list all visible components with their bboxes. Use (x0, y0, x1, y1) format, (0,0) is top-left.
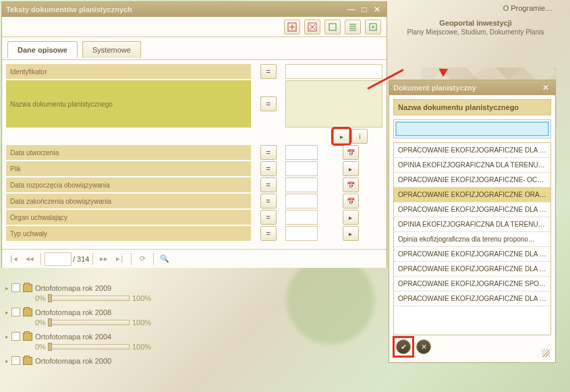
layer-checkbox[interactable] (11, 308, 20, 316)
op-equals[interactable]: = (260, 226, 277, 241)
calendar-icon[interactable]: 📅 (343, 145, 359, 160)
input-type[interactable] (286, 227, 316, 240)
minimize-button[interactable]: — (346, 4, 357, 15)
tab-system[interactable]: Systemowe (82, 41, 141, 58)
panel-titlebar[interactable]: Teksty dokumentów planistycznych — □ ✕ (2, 2, 387, 17)
tool-icon-2[interactable] (304, 20, 320, 34)
opacity-max: 100% (132, 318, 151, 327)
op-equals[interactable]: = (260, 64, 277, 79)
tool-icon-5[interactable] (365, 20, 381, 34)
expand-icon[interactable]: ▸ (5, 358, 9, 364)
toolbar (2, 17, 387, 37)
input-end-date[interactable] (286, 195, 316, 207)
portal-title-main: Geoportal inwestycji (388, 19, 563, 27)
form-area: Identyfikator = Nazwa dokumentu planisty… (2, 60, 387, 249)
layer-checkbox[interactable] (11, 332, 20, 341)
opacity-slider-row: 0% 100% (35, 318, 221, 327)
popup-titlebar[interactable]: Dokument planistyczny ✕ (389, 80, 555, 95)
page-input[interactable] (45, 252, 72, 266)
layer-label: Ortofotomapa rok 2004 (35, 333, 111, 341)
list-item[interactable]: OPRACOWANIE EKOFIZJOGRAFICZNE DLA … (394, 262, 550, 277)
layer-item[interactable]: ▸ Ortofotomapa rok 2009 (5, 283, 221, 292)
label-end-date: Data zakończenia obowiązywania (6, 194, 251, 208)
layer-item[interactable]: ▸ Ortofotomapa rok 2000 (5, 356, 221, 365)
about-link[interactable]: O Programie… (499, 3, 557, 13)
list-item[interactable]: Opinia ekofizjograficzna dla terenu prop… (394, 232, 550, 247)
expand-icon[interactable]: ▸ (343, 226, 359, 241)
op-equals[interactable]: = (260, 177, 277, 192)
folder-icon (23, 308, 32, 316)
list-item[interactable]: OPINIA EKOFIZJOGRAFICZNA DLA TERENU … (394, 158, 550, 173)
input-start-date[interactable] (286, 179, 316, 191)
layer-checkbox[interactable] (11, 283, 20, 292)
op-equals[interactable]: = (260, 194, 277, 208)
resize-grip[interactable] (542, 349, 550, 357)
opacity-slider[interactable] (49, 344, 130, 349)
portal-title-sub: Plany Miejscowe, Studium, Dokumenty Plan… (388, 28, 563, 36)
label-identifier: Identyfikator (6, 64, 251, 79)
tool-icon-3[interactable] (324, 20, 341, 34)
popup-footer: ✔ ✕ (393, 335, 551, 358)
next-page-button[interactable]: ▸▸ (96, 252, 111, 266)
op-equals[interactable]: = (260, 161, 277, 176)
close-button[interactable]: ✕ (372, 4, 382, 15)
tool-icon-1[interactable] (284, 20, 300, 34)
list-item[interactable]: OPRACOWANIE EKOFIZJOGRAFICZNE DLA … (394, 143, 550, 158)
calendar-icon[interactable]: 📅 (343, 194, 359, 208)
expand-icon[interactable]: ▸ (5, 333, 9, 340)
confirm-button[interactable]: ✔ (396, 339, 411, 354)
prev-page-button[interactable]: ◂◂ (22, 252, 37, 266)
input-doc-name[interactable] (286, 81, 382, 93)
opacity-slider[interactable] (49, 320, 130, 325)
layer-checkbox[interactable] (11, 356, 20, 365)
input-file[interactable] (286, 163, 316, 175)
list-item[interactable]: OPRACOWANIE EKOFIZJOGRAFICZNE ORA… (394, 188, 550, 202)
folder-icon (23, 357, 32, 365)
input-organ[interactable] (286, 211, 316, 223)
tool-icon-4[interactable] (345, 20, 361, 34)
maximize-button[interactable]: □ (359, 4, 370, 15)
cancel-button[interactable]: ✕ (416, 339, 431, 354)
label-type: Typ uchwały (6, 226, 251, 241)
list-item[interactable]: OPRACOWANIE EKOFIZJOGRAFICZNE DLA … (394, 202, 550, 217)
list-item[interactable]: OPRACOWANIE EKOFIZJOGRAFICZNE DLA … (394, 291, 550, 306)
first-page-button[interactable]: ∣◂ (6, 252, 21, 266)
refresh-icon[interactable]: ⟳ (135, 252, 150, 266)
lookup-popup: Dokument planistyczny ✕ Nazwa dokumentu … (389, 80, 556, 363)
layer-item[interactable]: ▸ Ortofotomapa rok 2008 (5, 308, 221, 316)
tab-descriptive[interactable]: Dane opisowe (7, 41, 78, 58)
expand-icon[interactable]: ▸ (5, 309, 9, 316)
label-organ: Organ uchwalający (6, 210, 251, 225)
input-created[interactable] (286, 146, 316, 159)
opacity-max: 100% (132, 294, 151, 302)
opacity-slider[interactable] (49, 296, 130, 301)
documents-panel: Teksty dokumentów planistycznych — □ ✕ D… (1, 1, 387, 268)
info-icon[interactable]: i (351, 129, 368, 144)
list-item[interactable]: OPRACOWANIE EKOFIZJOGRAFICZNE- OCE… (394, 173, 550, 188)
list-item[interactable]: OPRACOWANIE EKOFIZJOGRAFICZNE SPO… (394, 277, 550, 291)
label-doc-name: Nazwa dokumentu planistycznego (6, 80, 251, 128)
popup-close-button[interactable]: ✕ (540, 82, 551, 93)
folder-icon (23, 333, 32, 341)
expand-icon[interactable]: ▸ (343, 210, 359, 225)
last-page-button[interactable]: ▸∣ (113, 252, 127, 266)
layer-item[interactable]: ▸ Ortofotomapa rok 2004 (5, 332, 221, 341)
opacity-slider-row: 0% 100% (35, 343, 221, 351)
page-total: / 314 (73, 255, 89, 263)
lookup-button[interactable]: ▸ (333, 129, 349, 144)
list-item[interactable]: OPINIA EKOFIZJOGRAFICZNA DLA TERENU … (394, 217, 550, 232)
popup-search-input[interactable] (395, 121, 549, 136)
opacity-min: 0% (35, 343, 46, 351)
calendar-icon[interactable]: 📅 (343, 177, 359, 192)
op-equals[interactable]: = (260, 210, 277, 225)
lookup-list[interactable]: OPRACOWANIE EKOFIZJOGRAFICZNE DLA … OPIN… (393, 142, 551, 335)
opacity-max: 100% (132, 343, 151, 351)
list-item[interactable]: OPRACOWANIE EKOFIZJOGRAFICZNE DLA … (394, 247, 550, 262)
op-equals[interactable]: = (260, 145, 277, 160)
opacity-min: 0% (35, 294, 46, 302)
input-identifier[interactable] (286, 65, 382, 78)
expand-icon[interactable]: ▸ (343, 161, 359, 176)
search-icon[interactable]: 🔍 (157, 252, 172, 266)
op-equals[interactable]: = (260, 96, 277, 111)
expand-icon[interactable]: ▸ (5, 285, 9, 291)
